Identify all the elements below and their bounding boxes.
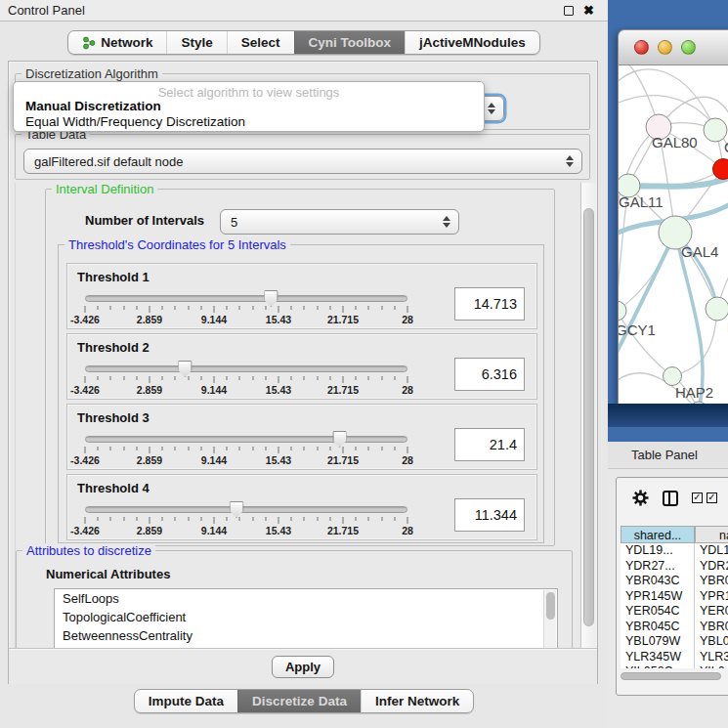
top-tabs-container: NetworkStyleSelectCyni ToolboxjActiveMNo… [67,30,540,55]
control-panel: Control Panel ✖ NetworkStyleSelectCyni T… [0,0,608,728]
table-row[interactable]: YBL079WYBL0 [621,634,728,650]
slider-thumb[interactable] [178,361,193,377]
table-row[interactable]: YBR045CYBR0 [621,620,728,635]
attributes-listbox[interactable]: SelfLoopsTopologicalCoefficientBetweenne… [54,588,558,648]
tick-label: 15.43 [266,384,291,396]
table-row[interactable]: YIL052CYIL0 [621,664,728,668]
tick-mark [304,376,305,380]
tab-select[interactable]: Select [227,31,294,54]
gear-icon[interactable] [632,490,649,506]
tab-jactivemnodules[interactable]: jActiveMNodules [405,31,539,54]
tick-mark [317,447,318,450]
table-row[interactable]: YBR043CYBR0 [621,574,728,589]
tick-mark [110,376,111,380]
tick-mark [329,306,330,310]
control-panel-titlebar: Control Panel ✖ [0,0,608,21]
slider-track[interactable] [85,506,407,513]
node-label: GA [724,139,728,155]
tick-label: 9.144 [201,314,227,325]
tick-mark [407,447,408,453]
threshold-slider[interactable]: -3.4262.8599.14415.4321.71528 [81,432,411,467]
tick-mark [278,447,279,453]
tick-mark [394,306,395,310]
threshold-value-field[interactable]: 6.316 [454,358,525,391]
threshold-panel: Threshold 3-3.4262.8599.14415.4321.71528… [66,404,537,470]
tick-label: 21.715 [327,525,359,536]
slider-track[interactable] [85,436,407,443]
zoom-traffic-light-icon[interactable] [681,40,696,55]
slider-track[interactable] [85,295,407,302]
minimize-traffic-light-icon[interactable] [658,40,672,55]
float-window-icon[interactable] [564,6,574,16]
attribute-list-item[interactable]: BetweennessCentrality [55,626,557,645]
attribute-list-item[interactable]: TopologicalCoefficient [55,608,557,626]
tick-mark [356,517,357,521]
threshold-value-field[interactable]: 21.4 [454,428,525,461]
checkbox-icon[interactable]: ✓ [707,492,717,503]
tick-mark [394,447,395,450]
slider-thumb[interactable] [230,501,244,518]
tab-style[interactable]: Style [166,31,226,54]
threshold-slider[interactable]: -3.4262.8599.14415.4321.71528 [81,291,411,326]
tick-mark [252,376,253,380]
tick-mark [304,447,305,450]
algorithm-options: Manual DiscretizationEqual Width/Frequen… [14,99,484,130]
tab-infer-network[interactable]: Infer Network [361,690,473,712]
threshold-value-field[interactable]: 14.713 [454,287,525,321]
close-traffic-light-icon[interactable] [634,40,649,55]
tick-mark [343,517,344,524]
scrollbar-thumb[interactable] [546,592,555,620]
network-node-c[interactable] [713,159,728,180]
table-row[interactable]: YDR27...YDR2 [621,559,728,575]
tab-cyni-toolbox[interactable]: Cyni Toolbox [294,31,406,54]
tab-label: Select [241,35,280,50]
table-row[interactable]: YPR145WYPR1 [621,589,728,605]
slider-thumb[interactable] [332,431,347,448]
network-edge-thick[interactable] [619,233,675,359]
tab-network[interactable]: Network [68,31,166,54]
table-row[interactable]: YDL19...YDL1 [621,543,728,559]
threshold-slider[interactable]: -3.4262.8599.14415.4321.71528 [81,502,411,537]
slider-thumb[interactable] [264,290,278,307]
tab-impute-data[interactable]: Impute Data [135,690,237,712]
algorithm-option[interactable]: Equal Width/Frequency Discretization [14,114,484,130]
column-header[interactable]: na [695,526,728,543]
table-row[interactable]: YER054CYER0 [621,604,728,620]
tick-mark [136,517,137,521]
tick-mark [239,376,240,380]
scrollbar-thumb[interactable] [621,672,721,680]
close-icon[interactable]: ✖ [583,3,594,18]
apply-bar: Apply [9,648,597,684]
tick-mark [227,517,228,521]
threshold-slider[interactable]: -3.4262.8599.14415.4321.71528 [81,362,411,397]
split-columns-icon[interactable] [663,491,678,506]
apply-button[interactable]: Apply [272,656,334,678]
tick-mark [343,376,344,383]
attributes-scrollbar[interactable] [543,590,556,648]
tab-discretize-data[interactable]: Discretize Data [237,690,361,712]
tick-mark [162,376,163,380]
table-row[interactable]: YLR345WYLR3 [621,650,728,665]
table-cell: YPR145W [621,589,695,605]
table-panel-title: Table Panel [608,448,698,462]
main-scrollbar[interactable] [580,183,596,648]
network-canvas[interactable]: GAL80GACGAL11GAL4GCY1HHAP2 [618,65,728,404]
bottom-tabs-container: Impute DataDiscretize DataInfer Network [134,689,474,713]
algorithm-option[interactable]: Manual Discretization [14,99,484,114]
network-graph[interactable]: GAL80GACGAL11GAL4GCY1HHAP2 [619,65,728,404]
attribute-list-item[interactable]: SelfLoops [55,589,557,608]
table-hscrollbar[interactable] [621,672,728,681]
network-icon [82,36,96,50]
table-header-row: shared...na [621,526,728,543]
column-header[interactable]: shared... [621,526,695,543]
slider-track[interactable] [85,365,407,372]
checkbox-icon[interactable]: ✓ [692,492,703,503]
threshold-value-field[interactable]: 11.344 [454,498,525,532]
network-node-h[interactable] [706,297,728,321]
number-of-intervals-combobox[interactable]: 5 [220,209,459,235]
table-cell: YPR1 [695,589,728,605]
network-node-hap2[interactable] [664,367,682,386]
scrollbar-thumb[interactable] [583,208,594,626]
tick-mark [123,447,124,450]
table-data-combobox[interactable]: galFiltered.sif default node [23,149,582,174]
